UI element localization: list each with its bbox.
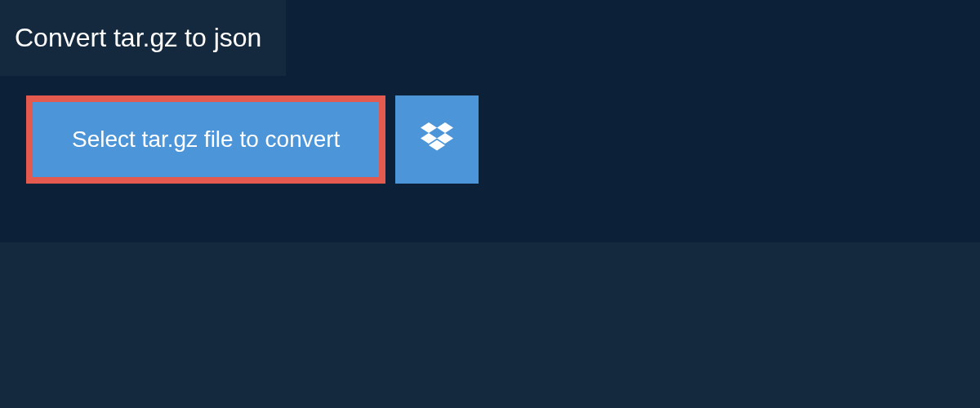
action-row: Select tar.gz file to convert bbox=[0, 76, 980, 208]
select-file-label: Select tar.gz file to convert bbox=[72, 126, 340, 153]
page-title-text: Convert tar.gz to json bbox=[15, 23, 261, 52]
select-file-button[interactable]: Select tar.gz file to convert bbox=[26, 95, 385, 184]
dropbox-icon bbox=[421, 122, 453, 157]
page-title: Convert tar.gz to json bbox=[0, 0, 286, 76]
dropbox-button[interactable] bbox=[395, 95, 479, 184]
converter-panel: Convert tar.gz to json Select tar.gz fil… bbox=[0, 0, 980, 242]
